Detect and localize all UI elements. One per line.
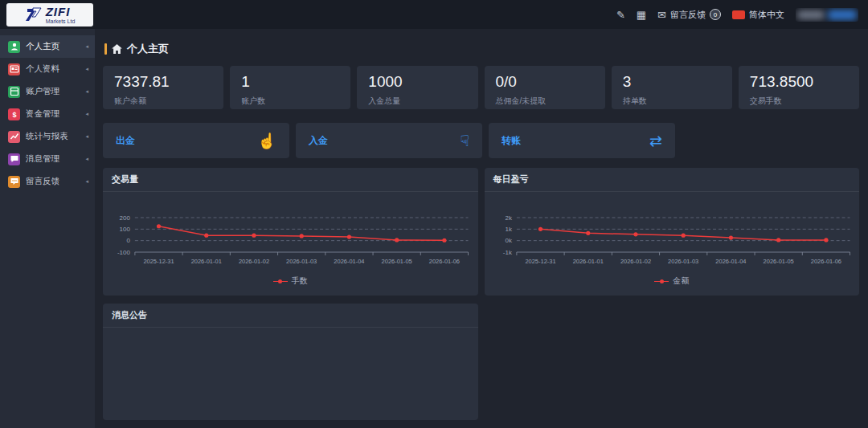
withdraw-label: 出金 xyxy=(116,134,135,148)
sidebar-item-2[interactable]: 账户管理◂ xyxy=(0,80,95,103)
mail-icon: ✉ xyxy=(657,9,666,21)
account-box-icon xyxy=(8,86,20,98)
volume-chart-legend[interactable]: 手数 xyxy=(106,271,475,294)
feedback-count-badge: 0 xyxy=(710,9,721,20)
svg-text:2026-01-06: 2026-01-06 xyxy=(810,258,841,265)
chevron-icon: ◂ xyxy=(85,66,88,72)
sidebar-item-label: 留言反馈 xyxy=(26,176,80,187)
brand-subtitle: Markets Ltd xyxy=(46,18,76,24)
daily-pnl-chart-legend[interactable]: 金额 xyxy=(488,271,857,294)
stat-value: 3 xyxy=(623,74,721,91)
sidebar-item-label: 个人主页 xyxy=(26,41,80,52)
top-bar: ZIFI Markets Ltd ✎ ▦ ✉ 留言反馈 0 简体中文 xyxy=(0,0,868,29)
daily-pnl-chart-title: 每日盈亏 xyxy=(485,168,860,192)
language-switcher[interactable]: 简体中文 xyxy=(732,9,784,21)
volume-legend-label: 手数 xyxy=(292,275,308,287)
stat-value: 1 xyxy=(241,74,339,91)
stat-label: 总佣金/未提取 xyxy=(496,96,594,107)
home-icon xyxy=(112,44,122,54)
sidebar-item-4[interactable]: 统计与报表◂ xyxy=(0,125,95,148)
chart-icon xyxy=(8,131,20,143)
feedback-button[interactable]: ✉ 留言反馈 0 xyxy=(657,9,721,21)
sidebar-item-0[interactable]: 个人主页◂ xyxy=(0,35,95,58)
svg-text:200: 200 xyxy=(120,214,131,222)
svg-text:2025-12-31: 2025-12-31 xyxy=(143,258,174,265)
svg-text:1k: 1k xyxy=(505,226,511,233)
chevron-icon: ◂ xyxy=(85,88,88,95)
comment-icon xyxy=(8,176,20,188)
chevron-icon: ◂ xyxy=(85,133,88,140)
chevron-icon: ◂ xyxy=(85,178,88,185)
sidebar-item-label: 资金管理 xyxy=(26,108,80,120)
sidebar-item-label: 账户管理 xyxy=(26,86,80,97)
svg-text:2026-01-03: 2026-01-03 xyxy=(668,258,698,265)
zifi-logo-icon xyxy=(25,6,43,23)
brand-logo[interactable]: ZIFI Markets Ltd xyxy=(6,3,93,26)
brand-name: ZIFI xyxy=(46,6,76,18)
dollar-icon: $ xyxy=(8,108,20,120)
brand-text: ZIFI Markets Ltd xyxy=(46,6,76,24)
deposit-button[interactable]: 入金 ☟ xyxy=(296,123,482,158)
flag-icon xyxy=(732,10,745,19)
svg-text:2025-12-31: 2025-12-31 xyxy=(525,258,555,265)
deposit-label: 入金 xyxy=(309,134,328,148)
svg-text:0k: 0k xyxy=(505,237,511,244)
svg-text:2026-01-05: 2026-01-05 xyxy=(763,258,793,265)
user-home-icon xyxy=(8,41,20,53)
transfer-label: 转账 xyxy=(502,134,521,148)
charts-row: 交易量 2001000-1002025-12-312026-01-012026-… xyxy=(103,168,859,296)
stat-label: 账户余额 xyxy=(114,96,212,107)
svg-text:2026-01-04: 2026-01-04 xyxy=(715,258,746,265)
stat-card-4: 3持单数 xyxy=(612,66,732,109)
withdraw-button[interactable]: 出金 ☝ xyxy=(103,123,289,158)
sidebar-item-6[interactable]: 留言反馈◂ xyxy=(0,170,95,193)
stat-card-0: 7337.81账户余额 xyxy=(103,66,223,109)
sidebar-item-1[interactable]: 个人资料◂ xyxy=(0,58,95,80)
chevron-icon: ◂ xyxy=(85,43,88,50)
svg-text:2026-01-05: 2026-01-05 xyxy=(382,258,412,265)
stat-value: 0/0 xyxy=(496,74,594,91)
app-window: ZIFI Markets Ltd ✎ ▦ ✉ 留言反馈 0 简体中文 个人主页◂… xyxy=(0,0,868,428)
stat-card-2: 1000入金总量 xyxy=(357,66,477,109)
hand-point-up-icon: ☝ xyxy=(257,133,276,149)
volume-line-chart: 2001000-1002025-12-312026-01-012026-01-0… xyxy=(106,195,475,271)
pen-icon[interactable]: ✎ xyxy=(616,9,625,21)
svg-text:2026-01-04: 2026-01-04 xyxy=(334,258,364,265)
sidebar-item-5[interactable]: 消息管理◂ xyxy=(0,148,95,170)
transfer-button[interactable]: 转账 ⇄ xyxy=(489,123,675,158)
sidebar-item-label: 个人资料 xyxy=(26,63,80,75)
sidebar-item-label: 消息管理 xyxy=(26,153,80,165)
stat-label: 持单数 xyxy=(623,96,721,107)
quick-actions-row: 出金 ☝ 入金 ☟ 转账 ⇄ xyxy=(103,123,859,158)
message-icon xyxy=(8,153,20,165)
volume-chart-panel: 交易量 2001000-1002025-12-312026-01-012026-… xyxy=(103,168,478,296)
svg-text:2026-01-01: 2026-01-01 xyxy=(572,258,603,265)
svg-text:0: 0 xyxy=(126,237,130,244)
daily-pnl-chart-panel: 每日盈亏 2k1k0k-1k2025-12-312026-01-012026-0… xyxy=(485,168,860,296)
language-label: 简体中文 xyxy=(749,9,784,21)
stat-card-3: 0/0总佣金/未提取 xyxy=(485,66,605,109)
svg-text:-1k: -1k xyxy=(502,249,511,256)
sidebar-item-label: 统计与报表 xyxy=(26,131,80,142)
legend-line-dot-icon xyxy=(273,279,288,283)
sidebar-nav: 个人主页◂个人资料◂账户管理◂$资金管理◂统计与报表◂消息管理◂留言反馈◂ xyxy=(0,29,95,428)
stat-label: 账户数 xyxy=(241,96,339,107)
svg-text:2026-01-06: 2026-01-06 xyxy=(429,258,460,265)
user-display[interactable] xyxy=(796,8,858,22)
svg-text:2026-01-01: 2026-01-01 xyxy=(191,258,222,265)
chevron-icon: ◂ xyxy=(85,111,88,117)
table-icon[interactable]: ▦ xyxy=(637,9,646,21)
stat-label: 交易手数 xyxy=(750,96,848,107)
svg-text:2026-01-02: 2026-01-02 xyxy=(239,258,269,265)
volume-chart-title: 交易量 xyxy=(103,168,478,192)
svg-text:2k: 2k xyxy=(505,214,511,222)
announcement-title: 消息公告 xyxy=(103,304,478,328)
sidebar-item-3[interactable]: $资金管理◂ xyxy=(0,103,95,125)
shuffle-icon: ⇄ xyxy=(649,133,662,149)
chevron-icon: ◂ xyxy=(85,156,88,162)
stat-value: 1000 xyxy=(368,74,466,91)
breadcrumb: 个人主页 xyxy=(104,42,859,56)
svg-text:$: $ xyxy=(12,111,16,119)
daily-pnl-line-chart: 2k1k0k-1k2025-12-312026-01-012026-01-022… xyxy=(488,195,857,271)
topbar-actions: ✎ ▦ ✉ 留言反馈 0 简体中文 xyxy=(616,8,858,22)
